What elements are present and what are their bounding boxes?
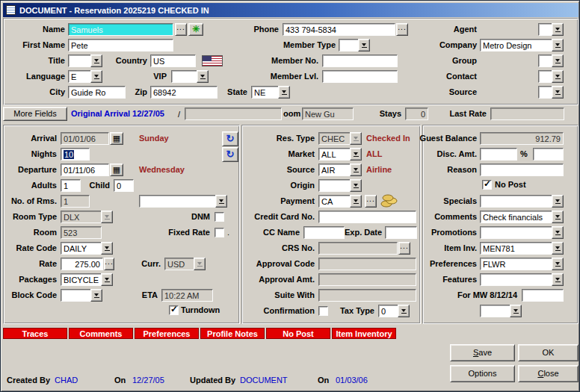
agent-dropdown-button[interactable]	[552, 23, 564, 36]
rate-code-dropdown-button[interactable]	[101, 242, 113, 255]
rate-field[interactable]: 275.00	[61, 258, 103, 270]
member-lvl-field[interactable]	[322, 70, 398, 83]
source-field[interactable]	[538, 86, 552, 99]
cc-name-field[interactable]	[303, 226, 345, 239]
specials-field[interactable]	[480, 195, 552, 208]
curr-field: USD	[164, 258, 194, 270]
reason-field[interactable]	[480, 164, 564, 176]
res-source-dropdown-button[interactable]	[350, 164, 362, 176]
market-field[interactable]: ALL	[318, 148, 351, 161]
credit-card-no-field[interactable]	[318, 211, 416, 223]
chevron-down-icon	[555, 75, 561, 79]
departure-calendar-icon[interactable]: ▦	[110, 164, 123, 176]
features-dropdown-button[interactable]	[552, 273, 564, 286]
contact-field[interactable]	[538, 70, 552, 83]
departure-field[interactable]: 01/11/06	[61, 164, 109, 176]
company-dropdown-button[interactable]	[552, 39, 564, 52]
profile-notes-button[interactable]: Profile Notes	[200, 328, 265, 339]
profile-search-icon[interactable]: ✳	[188, 23, 203, 36]
confirmation-checkbox[interactable]	[318, 306, 328, 316]
block-code-label: Block Code	[5, 289, 57, 302]
traces-button[interactable]: Traces	[3, 328, 67, 339]
rooms-combo-field[interactable]	[139, 195, 216, 208]
rate-code-field[interactable]: DAILY	[61, 242, 102, 255]
specials-dropdown-button[interactable]	[552, 195, 564, 208]
preferences-dropdown-button[interactable]	[552, 258, 564, 270]
tax-type-field[interactable]: 0	[378, 305, 398, 317]
refresh-rate-icon[interactable]: ↻	[222, 131, 238, 146]
fixed-rate-checkbox[interactable]	[215, 228, 224, 237]
item-inventory-button[interactable]: Item Inventory	[332, 328, 396, 339]
language-dropdown-button[interactable]	[90, 70, 102, 83]
country-field[interactable]: US	[150, 55, 196, 67]
name-more-button[interactable]: ...	[175, 23, 187, 36]
dnm-checkbox[interactable]	[215, 212, 224, 222]
item-inv-field[interactable]: MEN781	[480, 242, 552, 255]
market-dropdown-button[interactable]	[350, 148, 362, 161]
member-type-dropdown-button[interactable]	[358, 39, 370, 52]
block-code-dropdown-button[interactable]	[90, 289, 102, 302]
payment-dropdown-button[interactable]	[350, 195, 362, 208]
save-button[interactable]: Save	[450, 344, 515, 361]
source-dropdown-button[interactable]	[552, 86, 564, 99]
disc-percent-field[interactable]	[533, 148, 564, 161]
member-no-field[interactable]	[322, 55, 398, 67]
misc-combo-field[interactable]	[480, 305, 510, 317]
phone-field[interactable]: 433 794-5834	[283, 23, 395, 36]
first-name-field[interactable]: Pete	[68, 39, 173, 52]
origin-dropdown-button[interactable]	[350, 179, 362, 192]
comments-button[interactable]: Comments	[69, 328, 133, 339]
money-icon[interactable]	[380, 194, 398, 209]
payment-field[interactable]: CA	[318, 195, 351, 208]
member-type-field[interactable]	[339, 39, 359, 52]
ok-button[interactable]: OK	[518, 344, 579, 361]
no-post-checkbox[interactable]: ✓	[482, 180, 492, 190]
group-dropdown-button[interactable]	[552, 55, 564, 67]
payment-more-button[interactable]: ...	[365, 195, 377, 208]
origin-field[interactable]	[318, 179, 351, 192]
agent-field[interactable]	[538, 23, 552, 36]
disc-amt-field[interactable]	[480, 148, 517, 161]
options-button[interactable]: Options	[450, 365, 515, 382]
arrival-calendar-icon[interactable]: ▦	[110, 132, 123, 145]
no-post-button[interactable]: No Post	[266, 328, 330, 339]
state-dropdown-button[interactable]	[278, 86, 290, 99]
comments-field[interactable]: Check financials	[480, 211, 552, 223]
packages-dropdown-button[interactable]	[101, 273, 113, 286]
promotions-dropdown-button[interactable]	[552, 226, 564, 239]
res-source-field[interactable]: AIR	[318, 164, 351, 176]
for-mw-field[interactable]	[522, 289, 564, 302]
child-field[interactable]: 0	[114, 179, 134, 192]
rate-more-button[interactable]: ...	[104, 258, 114, 270]
contact-dropdown-button[interactable]	[552, 70, 564, 83]
phone-more-button[interactable]: ...	[396, 23, 408, 36]
rooms-dropdown-button[interactable]	[215, 195, 227, 208]
title-field[interactable]	[68, 55, 91, 67]
name-field[interactable]: Samuels	[68, 23, 173, 36]
tax-type-dropdown-button[interactable]	[398, 305, 410, 317]
block-code-field[interactable]	[61, 289, 91, 302]
language-field[interactable]: E	[68, 70, 91, 83]
more-fields-button[interactable]: More Fields	[3, 107, 67, 121]
vip-dropdown-button[interactable]	[197, 70, 209, 83]
crs-more-button[interactable]: ...	[398, 242, 410, 255]
nights-field[interactable]: 10	[61, 148, 90, 161]
comments-dropdown-button[interactable]	[552, 211, 564, 223]
packages-field[interactable]: BICYCLE	[61, 273, 102, 286]
refresh-availability-icon[interactable]: ↻	[222, 147, 238, 162]
group-field[interactable]	[538, 55, 552, 67]
features-field[interactable]	[480, 273, 552, 286]
close-button[interactable]: Close	[518, 365, 579, 382]
title-dropdown-button[interactable]	[90, 55, 102, 67]
vip-field[interactable]	[171, 70, 197, 83]
promotions-field[interactable]	[480, 226, 552, 239]
state-field[interactable]: NE	[251, 86, 279, 99]
company-field[interactable]: Metro Design	[480, 39, 552, 52]
item-inv-dropdown-button[interactable]	[552, 242, 564, 255]
turndown-checkbox[interactable]: ✓	[169, 305, 179, 315]
preferences-field[interactable]: FLWR	[480, 258, 552, 270]
preferences-button[interactable]: Preferences	[135, 328, 199, 339]
misc-dropdown-button[interactable]	[510, 305, 522, 317]
adults-field[interactable]: 1	[61, 179, 81, 192]
original-arrival-link[interactable]: Original Arrival 12/27/05	[71, 108, 183, 120]
